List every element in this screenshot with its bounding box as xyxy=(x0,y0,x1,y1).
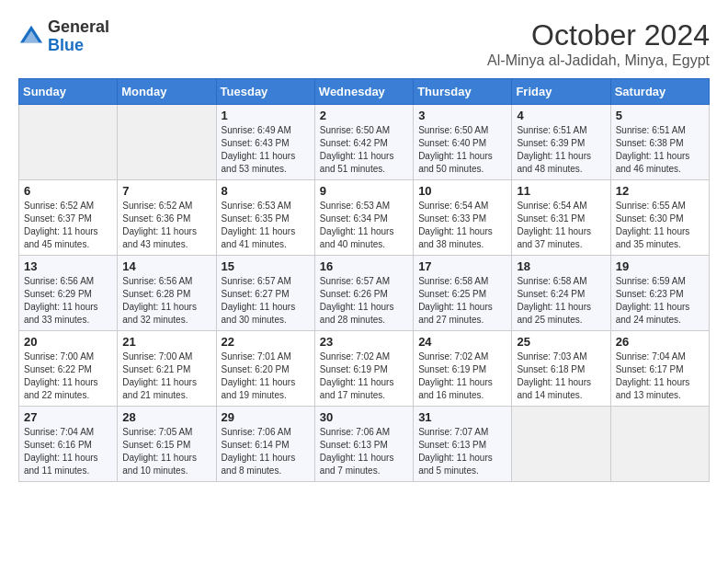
day-number: 15 xyxy=(222,259,310,273)
day-info: Sunrise: 7:06 AMSunset: 6:14 PMDaylight:… xyxy=(222,426,310,477)
day-info: Sunrise: 7:05 AMSunset: 6:15 PMDaylight:… xyxy=(122,426,210,477)
calendar-cell xyxy=(610,407,709,482)
day-info: Sunrise: 7:00 AMSunset: 6:22 PMDaylight:… xyxy=(24,350,112,402)
day-number: 21 xyxy=(122,335,210,349)
calendar-table: SundayMondayTuesdayWednesdayThursdayFrid… xyxy=(18,78,710,482)
day-info: Sunrise: 7:02 AMSunset: 6:19 PMDaylight:… xyxy=(418,350,506,402)
calendar-cell: 30Sunrise: 7:06 AMSunset: 6:13 PMDayligh… xyxy=(314,407,413,482)
calendar-week-row: 13Sunrise: 6:56 AMSunset: 6:29 PMDayligh… xyxy=(19,256,710,331)
day-info: Sunrise: 6:49 AMSunset: 6:43 PMDaylight:… xyxy=(222,124,310,176)
day-info: Sunrise: 6:54 AMSunset: 6:31 PMDaylight:… xyxy=(517,200,605,251)
month-title: October 2024 xyxy=(487,18,710,52)
calendar-cell: 24Sunrise: 7:02 AMSunset: 6:19 PMDayligh… xyxy=(414,331,512,407)
day-info: Sunrise: 6:50 AMSunset: 6:42 PMDaylight:… xyxy=(320,124,408,176)
calendar-cell: 3Sunrise: 6:50 AMSunset: 6:40 PMDaylight… xyxy=(414,105,512,180)
day-number: 11 xyxy=(517,184,605,198)
day-number: 10 xyxy=(418,184,506,198)
day-info: Sunrise: 6:57 AMSunset: 6:27 PMDaylight:… xyxy=(222,275,310,327)
day-number: 30 xyxy=(320,410,408,424)
calendar-cell: 11Sunrise: 6:54 AMSunset: 6:31 PMDayligh… xyxy=(512,180,610,256)
calendar-cell: 5Sunrise: 6:51 AMSunset: 6:38 PMDaylight… xyxy=(610,105,709,180)
calendar-cell: 4Sunrise: 6:51 AMSunset: 6:39 PMDaylight… xyxy=(512,105,610,180)
calendar-cell: 21Sunrise: 7:00 AMSunset: 6:21 PMDayligh… xyxy=(118,331,216,407)
calendar-cell: 10Sunrise: 6:54 AMSunset: 6:33 PMDayligh… xyxy=(414,180,512,256)
calendar-cell: 25Sunrise: 7:03 AMSunset: 6:18 PMDayligh… xyxy=(512,331,610,407)
calendar-week-row: 20Sunrise: 7:00 AMSunset: 6:22 PMDayligh… xyxy=(19,331,710,407)
weekday-header: Sunday xyxy=(19,79,118,105)
calendar-cell: 16Sunrise: 6:57 AMSunset: 6:26 PMDayligh… xyxy=(314,256,413,331)
title-block: October 2024 Al-Minya al-Jadidah, Minya,… xyxy=(487,18,710,69)
day-number: 5 xyxy=(616,109,704,122)
calendar-cell xyxy=(512,407,610,482)
logo-text: General Blue xyxy=(48,18,109,55)
day-info: Sunrise: 6:56 AMSunset: 6:29 PMDaylight:… xyxy=(24,275,112,327)
day-info: Sunrise: 6:59 AMSunset: 6:23 PMDaylight:… xyxy=(616,275,704,327)
day-number: 27 xyxy=(24,410,112,424)
day-number: 26 xyxy=(616,335,704,349)
calendar-cell: 6Sunrise: 6:52 AMSunset: 6:37 PMDaylight… xyxy=(19,180,118,256)
calendar-cell: 27Sunrise: 7:04 AMSunset: 6:16 PMDayligh… xyxy=(19,407,118,482)
day-info: Sunrise: 6:51 AMSunset: 6:39 PMDaylight:… xyxy=(517,124,605,176)
day-info: Sunrise: 7:04 AMSunset: 6:16 PMDaylight:… xyxy=(24,426,112,477)
weekday-header: Tuesday xyxy=(216,79,314,105)
weekday-header: Thursday xyxy=(414,79,512,105)
calendar-cell: 29Sunrise: 7:06 AMSunset: 6:14 PMDayligh… xyxy=(216,407,314,482)
day-number: 23 xyxy=(320,335,408,349)
day-number: 6 xyxy=(24,184,112,198)
calendar-cell: 26Sunrise: 7:04 AMSunset: 6:17 PMDayligh… xyxy=(610,331,709,407)
day-number: 25 xyxy=(517,335,605,349)
calendar-cell: 8Sunrise: 6:53 AMSunset: 6:35 PMDaylight… xyxy=(216,180,314,256)
day-number: 4 xyxy=(517,109,605,122)
calendar-cell: 14Sunrise: 6:56 AMSunset: 6:28 PMDayligh… xyxy=(118,256,216,331)
day-info: Sunrise: 6:54 AMSunset: 6:33 PMDaylight:… xyxy=(418,200,506,251)
day-number: 7 xyxy=(122,184,210,198)
day-number: 28 xyxy=(122,410,210,424)
day-number: 8 xyxy=(222,184,310,198)
day-info: Sunrise: 7:04 AMSunset: 6:17 PMDaylight:… xyxy=(616,350,704,402)
day-info: Sunrise: 6:58 AMSunset: 6:24 PMDaylight:… xyxy=(517,275,605,327)
calendar-cell: 1Sunrise: 6:49 AMSunset: 6:43 PMDaylight… xyxy=(216,105,314,180)
day-info: Sunrise: 6:58 AMSunset: 6:25 PMDaylight:… xyxy=(418,275,506,327)
day-number: 29 xyxy=(222,410,310,424)
day-info: Sunrise: 6:55 AMSunset: 6:30 PMDaylight:… xyxy=(616,200,704,251)
weekday-header: Wednesday xyxy=(314,79,413,105)
day-number: 16 xyxy=(320,259,408,273)
calendar-cell: 2Sunrise: 6:50 AMSunset: 6:42 PMDaylight… xyxy=(314,105,413,180)
day-info: Sunrise: 7:02 AMSunset: 6:19 PMDaylight:… xyxy=(320,350,408,402)
day-number: 24 xyxy=(418,335,506,349)
calendar-cell: 12Sunrise: 6:55 AMSunset: 6:30 PMDayligh… xyxy=(610,180,709,256)
calendar-cell: 22Sunrise: 7:01 AMSunset: 6:20 PMDayligh… xyxy=(216,331,314,407)
day-info: Sunrise: 7:06 AMSunset: 6:13 PMDaylight:… xyxy=(320,426,408,477)
day-number: 18 xyxy=(517,259,605,273)
logo-icon xyxy=(18,24,44,50)
calendar-cell xyxy=(118,105,216,180)
calendar-cell: 20Sunrise: 7:00 AMSunset: 6:22 PMDayligh… xyxy=(19,331,118,407)
calendar-header-row: SundayMondayTuesdayWednesdayThursdayFrid… xyxy=(19,79,710,105)
calendar-cell: 7Sunrise: 6:52 AMSunset: 6:36 PMDaylight… xyxy=(118,180,216,256)
day-number: 14 xyxy=(122,259,210,273)
day-number: 17 xyxy=(418,259,506,273)
day-info: Sunrise: 6:52 AMSunset: 6:36 PMDaylight:… xyxy=(122,200,210,251)
day-info: Sunrise: 6:52 AMSunset: 6:37 PMDaylight:… xyxy=(24,200,112,251)
calendar-cell: 9Sunrise: 6:53 AMSunset: 6:34 PMDaylight… xyxy=(314,180,413,256)
calendar-week-row: 27Sunrise: 7:04 AMSunset: 6:16 PMDayligh… xyxy=(19,407,710,482)
day-info: Sunrise: 7:03 AMSunset: 6:18 PMDaylight:… xyxy=(517,350,605,402)
weekday-header: Saturday xyxy=(610,79,709,105)
weekday-header: Friday xyxy=(512,79,610,105)
day-info: Sunrise: 6:53 AMSunset: 6:34 PMDaylight:… xyxy=(320,200,408,251)
day-info: Sunrise: 6:56 AMSunset: 6:28 PMDaylight:… xyxy=(122,275,210,327)
day-info: Sunrise: 7:07 AMSunset: 6:13 PMDaylight:… xyxy=(418,426,506,477)
day-number: 1 xyxy=(222,109,310,122)
day-number: 13 xyxy=(24,259,112,273)
day-number: 31 xyxy=(418,410,506,424)
calendar-week-row: 1Sunrise: 6:49 AMSunset: 6:43 PMDaylight… xyxy=(19,105,710,180)
day-info: Sunrise: 6:57 AMSunset: 6:26 PMDaylight:… xyxy=(320,275,408,327)
calendar-cell: 18Sunrise: 6:58 AMSunset: 6:24 PMDayligh… xyxy=(512,256,610,331)
calendar-cell: 13Sunrise: 6:56 AMSunset: 6:29 PMDayligh… xyxy=(19,256,118,331)
calendar-cell xyxy=(19,105,118,180)
day-number: 9 xyxy=(320,184,408,198)
calendar-cell: 19Sunrise: 6:59 AMSunset: 6:23 PMDayligh… xyxy=(610,256,709,331)
calendar-cell: 28Sunrise: 7:05 AMSunset: 6:15 PMDayligh… xyxy=(118,407,216,482)
day-number: 20 xyxy=(24,335,112,349)
calendar-cell: 15Sunrise: 6:57 AMSunset: 6:27 PMDayligh… xyxy=(216,256,314,331)
